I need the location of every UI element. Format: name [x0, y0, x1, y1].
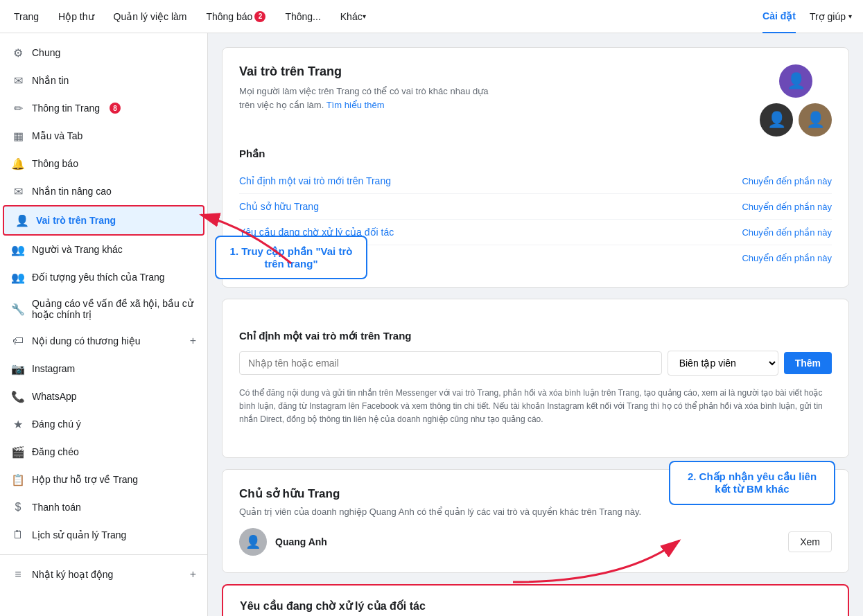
sidebar-item-chung[interactable]: ⚙ Chung — [0, 39, 207, 67]
history-icon: 🗒 — [11, 528, 25, 542]
sidebar-item-nhan-tin-nang-cao[interactable]: ✉ Nhắn tin nâng cao — [0, 177, 207, 205]
partner-request-title: Yêu cầu đang chờ xử lý của đối tác — [240, 599, 831, 613]
nav-thong-bao[interactable]: Thông báo 2 — [203, 0, 268, 33]
add-role-section: Chỉ định một vai trò mới trên Trang Biên… — [239, 316, 832, 441]
sidebar-item-thong-bao[interactable]: 🔔 Thông báo — [0, 150, 207, 177]
section-row-0: Chỉ định một vai trò mới trên Trang Chuy… — [239, 168, 832, 194]
top-navigation: Trang Hộp thư Quản lý việc làm Thông báo… — [0, 0, 863, 33]
section-row-1: Chủ sở hữu Trang Chuyển đến phần này — [239, 194, 832, 220]
tag-icon: 🏷 — [11, 334, 25, 348]
sidebar-item-dang-cheo[interactable]: 🎬 Đăng chéo — [0, 438, 207, 466]
whatsapp-icon: 📞 — [11, 389, 25, 403]
section-go-3[interactable]: Chuyển đến phần này — [742, 253, 832, 263]
bell-icon: 🔔 — [11, 157, 25, 170]
thong-tin-badge: 8 — [110, 103, 121, 114]
section-go-2[interactable]: Chuyển đến phần này — [742, 227, 832, 238]
crosspost-icon: 🎬 — [11, 445, 25, 459]
person-icon: 👤 — [15, 213, 29, 227]
avatars-group: 👤 👤 👤 — [760, 64, 832, 137]
roles-header: Vai trò trên Trang Mọi người làm việc tr… — [239, 64, 832, 137]
role-description-text: Có thể đăng nội dung và gửi tin nhắn trê… — [239, 387, 832, 427]
avatar-2: 👤 — [760, 103, 793, 137]
add-role-form: Biên tập viên Quản trị viên Người kiểm d… — [239, 351, 832, 376]
role-select[interactable]: Biên tập viên Quản trị viên Người kiểm d… — [668, 351, 778, 376]
role-name-input[interactable] — [239, 351, 662, 375]
sidebar-item-thanh-toan[interactable]: $ Thanh toán — [0, 493, 207, 521]
nav-khac[interactable]: Khác ▾ — [338, 0, 369, 33]
sidebar-item-mau-va-tab[interactable]: ▦ Mẫu và Tab — [0, 122, 207, 150]
nav-trang[interactable]: Trang — [11, 0, 42, 33]
assign-role-card: Chỉ định một vai trò mới trên Trang Biên… — [222, 299, 849, 458]
sidebar-item-nhat-ky[interactable]: ≡ Nhật ký hoạt động + — [0, 561, 207, 588]
noi-dung-plus: + — [190, 335, 196, 347]
sidebar-item-nguoi-va-trang[interactable]: 👥 Người và Trang khác — [0, 236, 207, 263]
avatar-1: 👤 — [779, 64, 812, 98]
roles-header-text: Vai trò trên Trang Mọi người làm việc tr… — [239, 64, 503, 112]
callout-2: 2. Chấp nhận yêu cầu liên kết từ BM khác — [669, 461, 835, 505]
roles-description: Mọi người làm việc trên Trang có thể có … — [239, 85, 503, 112]
roles-title: Vai trò trên Trang — [239, 64, 503, 79]
sidebar-item-doi-tuong[interactable]: 👥 Đối tượng yêu thích của Trang — [0, 263, 207, 291]
sidebar-item-instagram[interactable]: 📷 Instagram — [0, 355, 207, 382]
section-go-1[interactable]: Chuyển đến phần này — [742, 202, 832, 212]
support-icon: 📋 — [11, 473, 25, 486]
sidebar-divider — [0, 554, 207, 555]
nav-hop-thu[interactable]: Hộp thư — [55, 0, 96, 33]
nav-left: Trang Hộp thư Quản lý việc làm Thông báo… — [11, 0, 762, 33]
wrench-icon: 🔧 — [11, 302, 25, 316]
sidebar-item-lich-su[interactable]: 🗒 Lịch sử quản lý Trang — [0, 521, 207, 549]
template-icon: ▦ — [11, 129, 25, 143]
sidebar-item-thong-tin-trang[interactable]: ✏ Thông tin Trang 8 — [0, 94, 207, 122]
section-label-0[interactable]: Chỉ định một vai trò mới trên Trang — [239, 175, 391, 186]
audience-icon: 👥 — [11, 270, 25, 284]
sidebar-item-vai-tro[interactable]: 👤 Vai trò trên Trang — [3, 205, 204, 236]
add-role-button[interactable]: Thêm — [784, 352, 832, 374]
nav-thong[interactable]: Thông... — [282, 0, 323, 33]
nav-cai-dat[interactable]: Cài đặt — [762, 0, 796, 33]
sidebar: ⚙ Chung ✉ Nhắn tin ✏ Thông tin Trang 8 ▦… — [0, 33, 208, 616]
owner-name: Quang Anh — [275, 536, 780, 547]
nav-tro-giup[interactable]: Trợ giúp ▾ — [810, 11, 852, 22]
partner-request-card: Yêu cầu đang chờ xử lý của đối tác Chấp … — [222, 584, 849, 616]
nav-quan-ly[interactable]: Quản lý việc làm — [111, 0, 190, 33]
owner-description: Quản trị viên của doanh nghiệp Quang Anh… — [239, 507, 832, 517]
khac-dropdown-arrow: ▾ — [363, 12, 366, 20]
message-icon: ✉ — [11, 73, 25, 87]
owner-avatar: 👤 — [239, 528, 267, 556]
sidebar-item-quang-cao[interactable]: 🔧 Quảng cáo về vấn đề xã hội, bầu cử hoặ… — [0, 291, 207, 327]
help-dropdown-arrow: ▾ — [848, 12, 852, 20]
view-owner-button[interactable]: Xem — [788, 531, 832, 552]
avatar-row-top: 👤 — [779, 64, 812, 98]
sidebar-item-dang-chu-y[interactable]: ★ Đáng chú ý — [0, 410, 207, 438]
learn-more-link[interactable]: Tìm hiểu thêm — [326, 100, 385, 110]
main-content: Vai trò trên Trang Mọi người làm việc tr… — [208, 33, 863, 616]
payment-icon: $ — [11, 500, 25, 514]
people-icon: 👥 — [11, 243, 25, 256]
section-label-1[interactable]: Chủ sở hữu Trang — [239, 201, 319, 212]
avatar-3: 👤 — [799, 103, 832, 137]
log-icon: ≡ — [11, 567, 25, 581]
gear-icon: ⚙ — [11, 46, 25, 60]
instagram-icon: 📷 — [11, 362, 25, 376]
section-go-0[interactable]: Chuyển đến phần này — [742, 176, 832, 186]
pencil-icon: ✏ — [11, 101, 25, 115]
sidebar-item-ho-tro[interactable]: 📋 Hộp thư hỗ trợ về Trang — [0, 466, 207, 493]
sidebar-item-nhan-tin[interactable]: ✉ Nhắn tin — [0, 67, 207, 94]
message-adv-icon: ✉ — [11, 184, 25, 198]
sections-title: Phần — [239, 148, 832, 160]
sidebar-item-whatsapp[interactable]: 📞 WhatsApp — [0, 382, 207, 410]
owner-row: 👤 Quang Anh Xem — [239, 528, 832, 556]
assign-role-label: Chỉ định một vai trò mới trên Trang — [239, 330, 832, 342]
nav-right: Cài đặt Trợ giúp ▾ — [762, 0, 852, 33]
star-icon: ★ — [11, 417, 25, 431]
callout-1: 1. Truy cập phần "Vai trò trên trang" — [215, 236, 367, 279]
notification-badge: 2 — [254, 11, 265, 22]
sidebar-item-noi-dung[interactable]: 🏷 Nội dung có thương hiệu + — [0, 327, 207, 355]
avatar-row-bottom: 👤 👤 — [760, 103, 832, 137]
nhat-ky-plus: + — [190, 568, 196, 581]
main-layout: ⚙ Chung ✉ Nhắn tin ✏ Thông tin Trang 8 ▦… — [0, 33, 863, 616]
